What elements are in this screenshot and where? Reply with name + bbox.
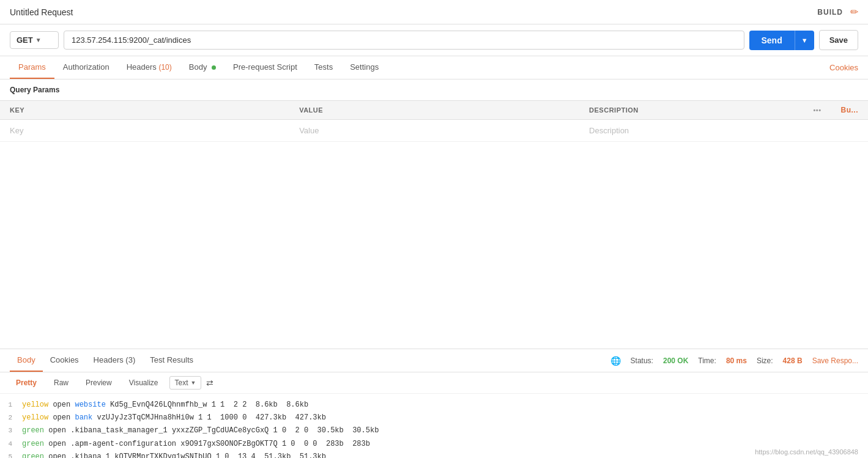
health-value: yellow (22, 412, 48, 424)
response-body: 1yellow open website Kd5g_EvnQ426LQhnmfh… (0, 394, 868, 458)
line-number: 4 (0, 439, 22, 450)
format-pretty-button[interactable]: Pretty (10, 376, 43, 390)
status-value: open (48, 451, 66, 458)
value-column-header: VALUE (289, 101, 579, 120)
line-number: 3 (0, 426, 22, 437)
response-tab-headers[interactable]: Headers (3) (86, 349, 143, 372)
pri-value: 1 (282, 438, 286, 450)
format-raw-button[interactable]: Raw (48, 376, 75, 390)
response-line: 3green open .kibana_task_manager_1 yxxzZ… (0, 424, 868, 437)
response-area: Body Cookies Headers (3) Test Results 🌐 … (0, 349, 868, 458)
response-body-wrapper: 1yellow open website Kd5g_EvnQ426LQhnmfh… (0, 394, 868, 458)
wrap-icon[interactable]: ⇄ (206, 378, 213, 388)
id-value: kQTVRMprTXKDyg1wSNIbUQ (114, 451, 211, 458)
format-dropdown-arrow: ▼ (191, 380, 196, 386)
url-bar: GET ▼ Send ▼ Save (0, 24, 868, 56)
status-value: open (53, 399, 70, 411)
tab-prerequest[interactable]: Pre-request Script (224, 56, 306, 79)
rep-value: 0 (282, 425, 286, 437)
save-button[interactable]: Save (819, 30, 858, 50)
pri-store-size-value: 427.3kb (295, 412, 326, 424)
status-value: open (53, 412, 70, 424)
value-input[interactable]: Value (299, 126, 319, 135)
pri-value: 1 (273, 425, 278, 437)
rep-value: 1 (207, 412, 212, 424)
build-button[interactable]: BUILD (817, 8, 843, 17)
id-value: yxxzZGP_TgCdUACe8ycGxQ (172, 425, 269, 437)
status-value: open (48, 425, 66, 437)
response-tab-testresults[interactable]: Test Results (143, 349, 201, 372)
response-tab-cookies[interactable]: Cookies (43, 349, 86, 372)
description-input[interactable]: Description (589, 126, 629, 135)
response-tab-body[interactable]: Body (10, 349, 43, 372)
query-params-title: Query Params (0, 79, 868, 100)
line-number: 2 (0, 413, 22, 424)
line-number: 1 (0, 400, 22, 411)
tab-headers[interactable]: Headers (10) (118, 56, 180, 79)
id-value: x9O917gxS0ONOFzBgOKT7Q (180, 438, 277, 450)
rep-value: 0 (291, 438, 295, 450)
more-options-icon[interactable]: ••• (813, 106, 821, 114)
table-row: Key Value Description (0, 120, 868, 142)
tab-authorization[interactable]: Authorization (54, 56, 118, 79)
title-bar-left: Untitled Request (10, 7, 73, 17)
bulk-edit-header: Bu... (831, 101, 869, 120)
response-status-bar: 🌐 Status: 200 OK Time: 80 ms Size: 428 B… (610, 356, 858, 366)
send-dropdown-button[interactable]: ▼ (795, 31, 814, 50)
cookies-link[interactable]: Cookies (829, 63, 858, 72)
store-size-value: 30.5kb (317, 425, 344, 437)
watermark: https://blog.csdn.net/qq_43906848 (755, 448, 858, 456)
time-value: 80 ms (726, 356, 747, 365)
response-line: 1yellow open website Kd5g_EvnQ426LQhnmfh… (0, 399, 868, 412)
tab-tests[interactable]: Tests (306, 56, 341, 79)
doc-count-value: 13 (238, 451, 247, 458)
pri-store-size-value: 283b (352, 438, 370, 450)
format-preview-button[interactable]: Preview (80, 376, 118, 390)
save-response-button[interactable]: Save Respo... (812, 356, 858, 365)
title-bar: Untitled Request BUILD ✏ (0, 0, 868, 24)
doc-count-value: 1000 (220, 412, 238, 424)
doc-deleted-value: 0 (304, 425, 308, 437)
health-value: green (22, 425, 44, 437)
health-value: green (22, 451, 44, 458)
line-content: green open .apm-agent-configuration x9O9… (22, 438, 370, 450)
upper-half: Query Params KEY VALUE DESCRIPTION ••• B… (0, 79, 868, 349)
title-bar-right: BUILD ✏ (817, 6, 858, 18)
doc-deleted-value: 0 (313, 438, 317, 450)
store-size-value: 283b (326, 438, 344, 450)
index-value: .kibana_task_manager_1 (70, 425, 167, 437)
send-button[interactable]: Send (749, 31, 795, 50)
body-dot-indicator (212, 65, 216, 70)
time-label: Time: (698, 356, 716, 365)
id-value: Kd5g_EvnQ426LQhnmfhb_w (110, 399, 207, 411)
actions-column-header: ••• (788, 101, 831, 120)
response-line: 5green open .kibana_1 kQTVRMprTXKDyg1wSN… (0, 451, 868, 458)
edit-icon[interactable]: ✏ (850, 6, 858, 18)
doc-count-value: 0 (304, 438, 308, 450)
health-value: green (22, 438, 44, 450)
status-label: Status: (631, 356, 653, 365)
url-input[interactable] (64, 31, 744, 50)
tab-settings[interactable]: Settings (341, 56, 387, 79)
line-content: yellow open bank vzUJyJz3TqCMJHna8hHi0w … (22, 412, 326, 424)
tab-body[interactable]: Body (180, 56, 224, 79)
method-selector[interactable]: GET ▼ (10, 31, 59, 49)
rep-value: 0 (224, 451, 229, 458)
id-value: vzUJyJz3TqCMJHna8hHi0w (97, 412, 193, 424)
tab-params[interactable]: Params (10, 56, 54, 79)
globe-icon: 🌐 (610, 356, 621, 366)
index-value: bank (75, 412, 92, 424)
size-value: 428 B (783, 356, 803, 365)
key-input[interactable]: Key (10, 126, 23, 135)
bulk-edit-button[interactable]: Bu... (841, 106, 859, 114)
store-size-value: 8.6kb (256, 399, 278, 411)
index-value: .apm-agent-configuration (70, 438, 176, 450)
doc-count-value: 2 (295, 425, 300, 437)
pri-value: 1 (212, 399, 216, 411)
format-visualize-button[interactable]: Visualize (123, 376, 165, 390)
store-size-value: 427.3kb (256, 412, 286, 424)
format-type-dropdown[interactable]: Text ▼ (169, 376, 202, 390)
pri-store-size-value: 51.3kb (300, 451, 326, 458)
pri-store-size-value: 8.6kb (286, 399, 308, 411)
params-table: KEY VALUE DESCRIPTION ••• Bu... Key (0, 100, 868, 142)
